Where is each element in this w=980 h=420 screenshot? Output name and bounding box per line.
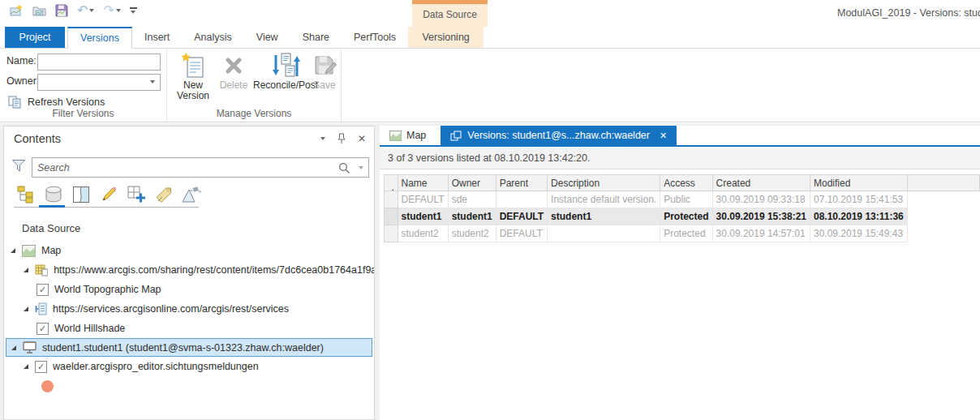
contents-tree: Map https://www.arcgis.com/sharing/rest/… [4, 241, 374, 396]
tree-item-database-connection[interactable]: student1.student1 (student1@svma-s-01323… [6, 338, 372, 357]
cell-owner[interactable]: student1 [448, 208, 496, 225]
cell-name[interactable]: DEFAULT [398, 191, 448, 208]
expand-icon[interactable] [24, 364, 28, 369]
tab-insert[interactable]: Insert [132, 27, 182, 48]
expand-icon[interactable] [11, 345, 16, 350]
tree-item-arcgis-item[interactable]: https://www.arcgis.com/sharing/rest/cont… [4, 260, 374, 280]
tab-versioning[interactable]: Versioning [408, 27, 484, 48]
column-header-description[interactable]: Description [548, 175, 660, 191]
cell-modified[interactable]: 07.10.2019 15:41:53 [810, 191, 907, 208]
versions-tab-icon [450, 131, 462, 141]
point-symbol-swatch[interactable] [41, 380, 54, 392]
table-row[interactable]: student2 student2 DEFAULT Protected 30.0… [385, 225, 980, 242]
pane-options-caret[interactable] [320, 137, 325, 140]
row-selector[interactable] [385, 191, 398, 208]
list-by-labeling-tab[interactable] [152, 183, 176, 205]
row-selector[interactable] [385, 208, 398, 225]
doc-tab-label: Map [406, 130, 426, 141]
undo-dropdown-caret[interactable] [89, 9, 94, 12]
column-header-owner[interactable]: Owner [448, 175, 496, 191]
tab-view[interactable]: View [244, 27, 290, 48]
redo-button[interactable]: ↷ [103, 4, 120, 17]
list-by-editing-tab[interactable] [97, 183, 121, 205]
delete-button[interactable]: Delete [217, 51, 251, 91]
name-input[interactable] [37, 54, 161, 71]
cell-access[interactable]: Public [660, 191, 712, 208]
column-header-created[interactable]: Created [712, 175, 810, 191]
tree-item-world-topographic[interactable]: ✓ World Topographic Map [4, 280, 374, 299]
column-header-parent[interactable]: Parent [496, 175, 547, 191]
tab-analysis[interactable]: Analysis [182, 27, 244, 48]
delete-icon [221, 54, 246, 78]
list-by-charts-tab[interactable] [179, 183, 204, 205]
cell-access[interactable]: Protected [660, 208, 712, 225]
redo-dropdown-caret[interactable] [116, 9, 121, 12]
owner-dropdown-caret[interactable] [150, 80, 155, 84]
cell-parent[interactable]: DEFAULT [496, 208, 547, 225]
cell-parent[interactable] [496, 191, 547, 208]
close-tab-icon[interactable]: ✕ [660, 131, 667, 141]
expand-icon[interactable] [24, 268, 28, 272]
expand-icon[interactable] [11, 248, 15, 253]
search-options-caret[interactable] [359, 166, 363, 169]
new-project-button[interactable] [10, 4, 24, 17]
contextual-group-header: Data Source [412, 0, 488, 27]
cell-access[interactable]: Protected [660, 225, 712, 242]
table-row[interactable]: DEFAULT sde Instance default version. Pu… [385, 191, 980, 208]
layer-checkbox[interactable]: ✓ [35, 361, 47, 373]
refresh-versions-button[interactable]: Refresh Versions [8, 96, 105, 109]
undo-button[interactable]: ↶ [77, 4, 94, 17]
cell-modified[interactable]: 30.09.2019 15:49:43 [810, 225, 907, 242]
column-header-modified[interactable]: Modified [810, 175, 907, 191]
tab-perftools[interactable]: PerfTools [342, 27, 408, 48]
tab-share[interactable]: Share [290, 27, 342, 48]
cell-owner[interactable]: student2 [448, 225, 496, 242]
list-by-drawing-order-tab[interactable] [14, 183, 38, 205]
cell-parent[interactable]: DEFAULT [496, 225, 547, 242]
tree-item-map[interactable]: Map [4, 241, 374, 260]
filter-funnel-icon[interactable] [11, 159, 26, 173]
search-input[interactable] [37, 160, 321, 175]
owner-combobox[interactable] [37, 74, 161, 91]
tree-item-point-symbol[interactable] [4, 376, 374, 396]
tab-project[interactable]: Project [5, 27, 65, 48]
cell-modified[interactable]: 08.10.2019 13:11:36 [810, 208, 907, 225]
layer-checkbox[interactable]: ✓ [37, 323, 49, 335]
cell-created[interactable]: 30.09.2019 09:33:18 [712, 191, 810, 208]
column-header-name[interactable]: Name [398, 175, 448, 191]
list-by-data-source-tab[interactable] [41, 183, 66, 205]
row-selector[interactable] [385, 225, 398, 242]
pin-icon[interactable] [337, 133, 346, 144]
save-project-button[interactable] [55, 4, 68, 17]
cell-created[interactable]: 30.09.2019 15:38:21 [712, 208, 810, 225]
list-by-snapping-tab[interactable] [124, 183, 148, 205]
cell-description[interactable]: student1 [548, 208, 660, 225]
search-icon[interactable] [338, 162, 350, 174]
new-version-button[interactable]: New Version [172, 51, 214, 101]
refresh-versions-icon [8, 96, 23, 109]
cell-owner[interactable]: sde [448, 191, 496, 208]
tab-versions[interactable]: Versions [67, 27, 132, 49]
doc-tab-map[interactable]: Map [380, 126, 436, 145]
cell-created[interactable]: 30.09.2019 14:57:01 [712, 225, 810, 242]
close-pane-icon[interactable]: ✕ [358, 134, 366, 144]
cell-description[interactable]: Instance default version. [548, 191, 660, 208]
web-layer-icon [35, 264, 48, 276]
column-header-access[interactable]: Access [660, 175, 712, 191]
layer-checkbox[interactable]: ✓ [37, 284, 49, 296]
tree-item-world-hillshade[interactable]: ✓ World Hillshade [4, 319, 374, 338]
cell-name[interactable]: student1 [398, 208, 448, 225]
table-row[interactable]: student1 student1 DEFAULT student1 Prote… [385, 208, 980, 225]
customize-quick-access-button[interactable] [130, 7, 137, 14]
doc-tab-versions[interactable]: Versions: student1@s...zhaw.ch:waelder ✕ [441, 126, 677, 145]
reconcile-post-icon [270, 52, 301, 79]
list-by-selection-tab[interactable] [69, 183, 93, 205]
tree-item-arcgis-services[interactable]: https://services.arcgisonline.com/arcgis… [4, 299, 374, 319]
cell-name[interactable]: student2 [398, 225, 448, 242]
select-all-corner[interactable] [385, 175, 398, 191]
cell-description[interactable] [548, 225, 660, 242]
tree-item-feature-class[interactable]: ✓ waelder.arcgispro_editor.sichtungsmeld… [4, 357, 374, 376]
expand-icon[interactable] [24, 306, 28, 311]
save-edits-button[interactable]: Save [310, 51, 339, 91]
open-project-button[interactable] [32, 4, 46, 17]
